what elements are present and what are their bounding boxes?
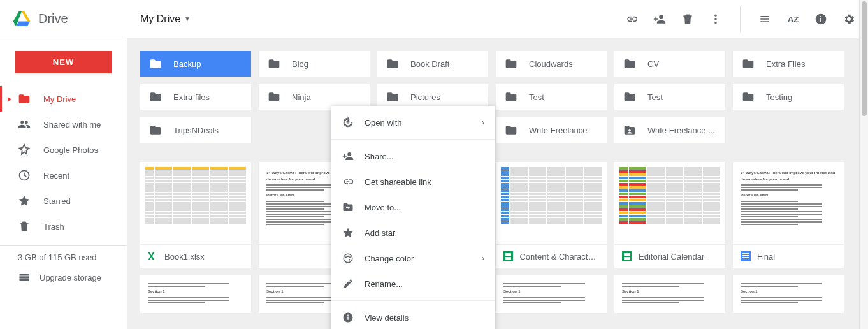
file-tile[interactable]: XBook1.xlsx: [140, 162, 251, 268]
sidebar: NEW ▶ My Drive Shared with me Google Pho…: [0, 38, 127, 329]
storage-usage-text: 3 GB of 115 GB used: [0, 252, 127, 271]
folder-name: TripsNDeals: [173, 126, 219, 135]
menu-item-change-color[interactable]: Change color›: [331, 245, 495, 271]
divider: [0, 245, 127, 246]
menu-item-add-star[interactable]: Add star: [331, 220, 495, 245]
sort-az-icon[interactable]: AZ: [786, 13, 799, 26]
menu-item-view-details[interactable]: View details: [331, 305, 495, 329]
upgrade-label: Upgrade storage: [40, 273, 101, 282]
file-tile[interactable]: Section 1: [496, 275, 607, 314]
folder-tile[interactable]: Testing: [733, 84, 844, 110]
menu-item-icon: [342, 252, 354, 265]
menu-item-icon: [342, 226, 354, 239]
file-name: Content & Character...: [519, 252, 599, 261]
add-person-icon[interactable]: [653, 13, 666, 26]
folder-name: Write Freelance ...: [647, 126, 715, 135]
file-tile[interactable]: Section 1: [733, 275, 844, 314]
svg-rect-13: [20, 279, 29, 281]
folder-name: Extra files: [173, 92, 210, 102]
link-icon[interactable]: [625, 13, 638, 26]
chevron-right-icon: ›: [482, 254, 484, 263]
folder-tile[interactable]: TripsNDeals: [140, 117, 251, 143]
logo-area[interactable]: Drive: [13, 11, 140, 27]
menu-item-icon: [342, 277, 354, 290]
sidebar-item-label: My Drive: [43, 94, 76, 104]
sidebar-item-trash[interactable]: Trash: [0, 214, 127, 239]
new-button[interactable]: NEW: [15, 51, 112, 73]
vertical-scrollbar[interactable]: [859, 0, 868, 329]
file-tile[interactable]: Section 1: [140, 275, 251, 314]
file-name: Book1.xlsx: [164, 252, 205, 261]
svg-rect-11: [20, 274, 29, 275]
folder-tile[interactable]: Blog: [259, 51, 370, 77]
sidebar-item-starred[interactable]: Starred: [0, 188, 127, 214]
folder-tile[interactable]: Backup: [140, 51, 251, 77]
svg-rect-8: [820, 18, 821, 22]
menu-item-label: View details: [365, 313, 409, 323]
file-tile[interactable]: Content & Character...: [496, 162, 607, 268]
file-tile[interactable]: 14 Ways Canva Filters will Improve your …: [733, 162, 844, 268]
upgrade-storage-link[interactable]: Upgrade storage: [0, 271, 127, 284]
folder-name: Pictures: [410, 92, 440, 102]
info-icon[interactable]: [814, 13, 827, 26]
app-title: Drive: [38, 11, 68, 26]
menu-item-icon: [342, 175, 354, 188]
scroll-thumb[interactable]: [862, 1, 867, 116]
header: Drive My Drive ▼ AZ: [0, 0, 868, 38]
sidebar-item-label: Google Photos: [43, 145, 98, 155]
menu-item-label: Add star: [365, 228, 395, 238]
files-grid: XBook1.xlsx14 Ways Canva Filters will Im…: [140, 162, 855, 268]
folder-tile[interactable]: Extra files: [140, 84, 251, 110]
svg-point-14: [628, 129, 631, 132]
folder-name: Test: [529, 92, 544, 102]
folder-tile[interactable]: Test: [614, 84, 725, 110]
menu-item-rename[interactable]: Rename...: [331, 271, 495, 296]
menu-item-move-to[interactable]: Move to...: [331, 194, 495, 220]
sidebar-item-recent[interactable]: Recent: [0, 163, 127, 188]
folder-tile[interactable]: Book Draft: [377, 51, 488, 77]
sidebar-item-my-drive[interactable]: ▶ My Drive: [0, 86, 127, 112]
divider: [740, 6, 741, 32]
folder-tile[interactable]: Write Freelance ...: [614, 117, 725, 143]
sidebar-item-shared[interactable]: Shared with me: [0, 112, 127, 137]
sidebar-item-label: Trash: [43, 222, 64, 231]
breadcrumb[interactable]: My Drive ▼: [140, 13, 191, 25]
menu-item-open-with[interactable]: Open with›: [331, 110, 495, 135]
svg-point-5: [714, 22, 716, 24]
folder-tile[interactable]: Cloudwards: [496, 51, 607, 77]
list-view-icon[interactable]: [758, 13, 771, 26]
menu-item-get-shareable-link[interactable]: Get shareable link: [331, 169, 495, 194]
folder-tile[interactable]: Extra Files: [733, 51, 844, 77]
menu-item-icon: [342, 116, 354, 129]
more-vert-icon[interactable]: [709, 13, 722, 26]
menu-item-icon: [342, 201, 354, 214]
folder-tile[interactable]: CV: [614, 51, 725, 77]
excel-icon: X: [148, 251, 158, 261]
sidebar-item-photos[interactable]: Google Photos: [0, 137, 127, 163]
sheets-icon: [503, 251, 513, 261]
file-tile[interactable]: Section 1: [614, 275, 725, 314]
trash-icon[interactable]: [681, 13, 694, 26]
menu-item-label: Open with: [365, 118, 402, 128]
svg-rect-12: [20, 276, 29, 278]
file-icon: [266, 251, 277, 261]
storage-icon: [18, 271, 31, 284]
file-tile[interactable]: Editorial Calendar: [614, 162, 725, 268]
folder-tile[interactable]: Write Freelance: [496, 117, 607, 143]
folder-name: Extra Files: [766, 59, 805, 69]
svg-marker-1: [22, 11, 30, 21]
chevron-right-icon: ›: [482, 118, 484, 127]
main-content: BackupBlogBook DraftCloudwardsCVExtra Fi…: [127, 38, 868, 329]
file-name: Editorial Calendar: [639, 252, 704, 261]
folder-tile[interactable]: Test: [496, 84, 607, 110]
drive-folder-icon: [18, 92, 31, 105]
expand-triangle-icon: ▶: [8, 96, 12, 102]
sidebar-item-label: Shared with me: [43, 120, 101, 129]
settings-gear-icon[interactable]: [843, 13, 855, 26]
menu-item-icon: [342, 150, 354, 163]
breadcrumb-label: My Drive: [140, 13, 180, 25]
folder-name: Write Freelance: [529, 126, 588, 135]
trash-icon: [18, 220, 31, 233]
menu-item-share[interactable]: Share...: [331, 143, 495, 169]
menu-item-label: Move to...: [365, 203, 401, 212]
